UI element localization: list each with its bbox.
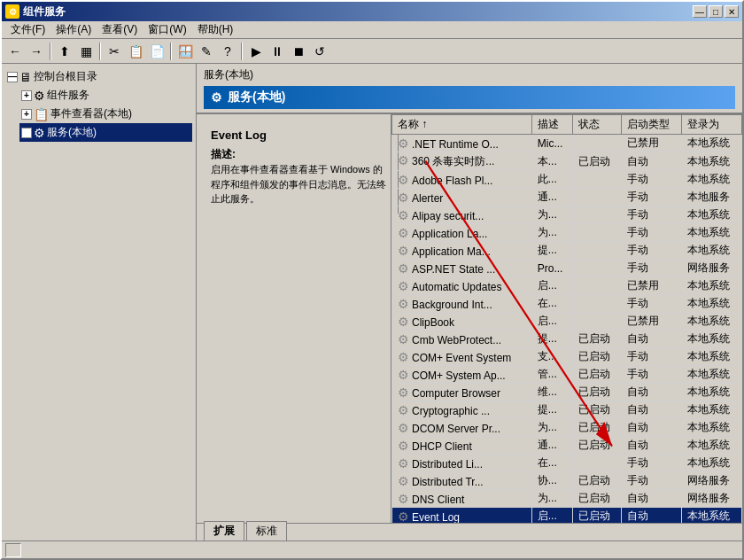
main-window: ⚙ 组件服务 — □ ✕ 文件(F) 操作(A) 查看(V) 窗口(W) 帮助(… <box>0 0 744 560</box>
show-hide-button[interactable]: ▦ <box>76 42 96 61</box>
bottom-tabs: 扩展 标准 <box>197 523 742 541</box>
services-panel[interactable]: 名称 ↑ 描述 状态 启动类型 登录为 ⚙.NET Runtime O...Mi… <box>391 114 742 523</box>
svc-status-cell: 已启动 <box>573 366 622 384</box>
svc-status-cell <box>573 224 622 242</box>
pause-button[interactable]: ⏸ <box>267 42 287 61</box>
table-row[interactable]: ⚙Computer Browser维...已启动自动本地系统 <box>392 384 742 401</box>
table-row[interactable]: ⚙Cmb WebProtect...提...已启动自动本地系统 <box>392 331 742 348</box>
table-row[interactable]: ⚙Distributed Li...在...手动本地系统 <box>392 455 742 472</box>
svc-startup-cell: 自动 <box>621 490 681 508</box>
col-startup[interactable]: 启动类型 <box>621 115 681 135</box>
status-text <box>5 543 21 557</box>
table-row[interactable]: ⚙ASP.NET State ...Pro...手动网络服务 <box>392 260 742 277</box>
tree-item-component-services[interactable]: + ⚙ 组件服务 <box>19 86 192 105</box>
svc-name-cell: ⚙Application La... <box>392 224 532 242</box>
close-button[interactable]: ✕ <box>725 5 739 18</box>
services-table: 名称 ↑ 描述 状态 启动类型 登录为 ⚙.NET Runtime O...Mi… <box>391 114 742 523</box>
table-row[interactable]: ⚙COM+ Event System支...已启动手动本地系统 <box>392 348 742 366</box>
new-window-button[interactable]: 🪟 <box>175 42 195 61</box>
table-row[interactable]: ⚙Event Log启...已启动自动本地系统 <box>392 508 742 524</box>
panel-title-text: 服务(本地) <box>228 89 285 105</box>
col-logon[interactable]: 登录为 <box>681 115 741 135</box>
play-button[interactable]: ▶ <box>246 42 266 61</box>
svc-name-cell: ⚙Cryptographic ... <box>392 401 532 419</box>
svc-desc-cell: 本... <box>531 152 573 171</box>
svc-logon-cell: 本地系统 <box>681 401 741 419</box>
svc-name-cell: ⚙Distributed Tr... <box>392 472 532 490</box>
table-row[interactable]: ⚙Alerter通...手动本地服务 <box>392 189 742 206</box>
tree-expander-component[interactable]: + <box>21 90 32 101</box>
copy-button[interactable]: 📋 <box>126 42 145 61</box>
properties-button[interactable]: ✎ <box>197 42 216 61</box>
svc-desc-cell: 此... <box>531 171 573 189</box>
col-name[interactable]: 名称 ↑ <box>392 115 532 135</box>
menu-file[interactable]: 文件(F) <box>5 20 50 39</box>
svc-desc-cell: 启... <box>531 313 573 331</box>
svc-startup-cell: 自动 <box>621 437 681 455</box>
stop-button[interactable]: ⏹ <box>289 42 308 61</box>
table-row[interactable]: ⚙Cryptographic ...提...已启动自动本地系统 <box>392 401 742 419</box>
minimize-button[interactable]: — <box>693 5 707 18</box>
svc-name-cell: ⚙Event Log <box>392 508 532 524</box>
table-row[interactable]: ⚙COM+ System Ap...管...已启动手动本地系统 <box>392 366 742 384</box>
svc-startup-cell: 已禁用 <box>621 135 681 152</box>
tree-expander-event[interactable]: + <box>21 109 32 120</box>
paste-button[interactable]: 📄 <box>147 42 167 61</box>
cut-button[interactable]: ✂ <box>105 42 124 61</box>
tree-label-component-services: 组件服务 <box>47 88 89 103</box>
maximize-button[interactable]: □ <box>709 5 723 18</box>
help-button[interactable]: ? <box>218 42 237 61</box>
tree-expander-root[interactable]: — <box>7 72 18 82</box>
tree-item-event-viewer[interactable]: + 📋 事件查看器(本地) <box>19 105 192 123</box>
svc-name-cell: ⚙Alipay securit... <box>392 206 532 224</box>
svc-logon-cell: 本地系统 <box>681 366 741 384</box>
svc-desc-cell: 提... <box>531 242 573 260</box>
back-button[interactable]: ← <box>5 42 25 61</box>
breadcrumb-text: 服务(本地) <box>204 68 253 81</box>
tree-item-root[interactable]: — 🖥 控制台根目录 <box>5 67 192 86</box>
component-services-icon: ⚙ <box>34 89 45 103</box>
tree-item-services[interactable]: + ⚙ 服务(本地) <box>19 123 192 142</box>
table-row[interactable]: ⚙Distributed Tr...协...已启动手动网络服务 <box>392 472 742 490</box>
up-button[interactable]: ⬆ <box>55 42 74 61</box>
table-row[interactable]: ⚙DCOM Server Pr...为...已启动自动本地系统 <box>392 419 742 437</box>
desc-panel: Event Log 描述: 启用在事件查看器查看基于 Windows 的程序和组… <box>197 114 391 523</box>
svc-logon-cell: 本地系统 <box>681 419 741 437</box>
svc-startup-cell: 手动 <box>621 206 681 224</box>
col-status[interactable]: 状态 <box>573 115 622 135</box>
table-row[interactable]: ⚙Application Ma...提...手动本地系统 <box>392 242 742 260</box>
menu-action[interactable]: 操作(A) <box>50 20 97 39</box>
svc-logon-cell: 本地系统 <box>681 152 741 171</box>
table-row[interactable]: ⚙DHCP Client通...已启动自动本地系统 <box>392 437 742 455</box>
table-row[interactable]: ⚙.NET Runtime O...Mic...已禁用本地系统 <box>392 135 742 152</box>
svc-desc-cell: 为... <box>531 206 573 224</box>
svc-name-cell: ⚙Distributed Li... <box>392 455 532 472</box>
table-row[interactable]: ⚙DNS Client为...已启动自动网络服务 <box>392 490 742 508</box>
menu-view[interactable]: 查看(V) <box>97 20 143 39</box>
table-row[interactable]: ⚙Application La...为...手动本地系统 <box>392 224 742 242</box>
tab-extended[interactable]: 扩展 <box>204 521 244 541</box>
svc-desc-cell: 在... <box>531 455 573 472</box>
table-row[interactable]: ⚙360 杀毒实时防...本...已启动自动本地系统 <box>392 152 742 171</box>
tree-expander-services[interactable]: + <box>21 128 32 138</box>
table-row[interactable]: ⚙Background Int...在...手动本地系统 <box>392 295 742 313</box>
svc-logon-cell: 网络服务 <box>681 490 741 508</box>
restart-button[interactable]: ↺ <box>310 42 329 61</box>
svc-status-cell <box>573 189 622 206</box>
col-desc[interactable]: 描述 <box>531 115 573 135</box>
table-row[interactable]: ⚙ClipBook启...已禁用本地系统 <box>392 313 742 331</box>
table-row[interactable]: ⚙Adobe Flash Pl...此...手动本地系统 <box>392 171 742 189</box>
menu-help[interactable]: 帮助(H) <box>192 20 239 39</box>
svc-startup-cell: 已禁用 <box>621 277 681 295</box>
tab-standard[interactable]: 标准 <box>246 521 287 541</box>
table-row[interactable]: ⚙Automatic Updates启...已禁用本地系统 <box>392 277 742 295</box>
svc-desc-cell: 维... <box>531 384 573 401</box>
svc-status-cell <box>573 260 622 277</box>
menu-window[interactable]: 窗口(W) <box>143 20 191 39</box>
svc-status-cell: 已启动 <box>573 490 622 508</box>
table-row[interactable]: ⚙Alipay securit...为...手动本地系统 <box>392 206 742 224</box>
svc-desc-cell: 为... <box>531 224 573 242</box>
forward-button[interactable]: → <box>27 42 46 61</box>
svc-desc-cell: 通... <box>531 189 573 206</box>
svc-status-cell <box>573 455 622 472</box>
